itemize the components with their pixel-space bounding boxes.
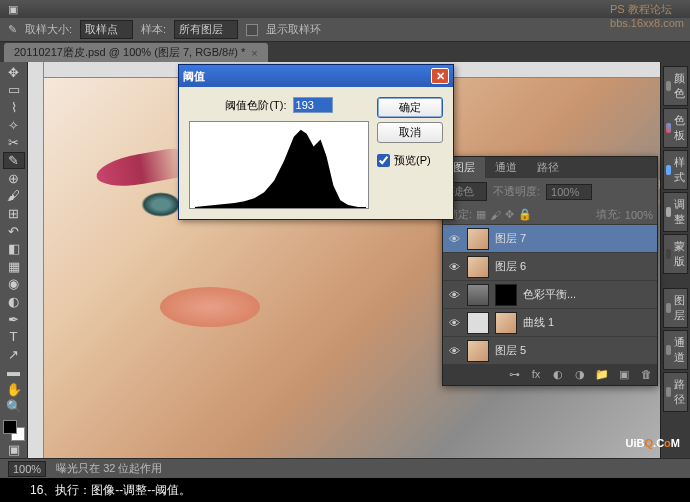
layers-panel-buttons: ⊶ fx ◐ ◑ 📁 ▣ 🗑	[443, 365, 657, 385]
path-tool[interactable]: ↗	[3, 346, 25, 363]
layers-panel-tab[interactable]: 图层	[663, 288, 688, 328]
threshold-dialog: 阈值 ✕ 阈值色阶(T): 确定 取消	[178, 64, 454, 220]
toolbox: ✥ ▭ ⌇ ✧ ✂ ✎ ⊕ 🖌 ⊞ ↶ ◧ ▦ ◉ ◐ ✒ T ↗ ▬ ✋ 🔍 …	[0, 62, 28, 458]
quickmask-tool[interactable]: ▣	[3, 442, 25, 459]
layer-row[interactable]: 👁 曲线 1	[443, 309, 657, 337]
visibility-icon[interactable]: 👁	[447, 261, 461, 273]
layer-list: 👁 图层 7 👁 图层 6 👁 色彩平衡... 👁 曲线 1	[443, 225, 657, 365]
document-tabbar: 20110217磨皮.psd @ 100% (图层 7, RGB/8#) * ×	[0, 42, 690, 62]
channels-panel-tab[interactable]: 通道	[663, 330, 688, 370]
wand-tool[interactable]: ✧	[3, 117, 25, 134]
layer-thumb[interactable]	[467, 284, 489, 306]
layer-name[interactable]: 色彩平衡...	[523, 287, 653, 302]
text-tool[interactable]: T	[3, 328, 25, 345]
visibility-icon[interactable]: 👁	[447, 289, 461, 301]
preview-label: 预览(P)	[394, 153, 431, 168]
channels-tab[interactable]: 通道	[485, 157, 527, 178]
document-tab[interactable]: 20110217磨皮.psd @ 100% (图层 7, RGB/8#) * ×	[4, 43, 268, 62]
visibility-icon[interactable]: 👁	[447, 317, 461, 329]
dodge-tool[interactable]: ◐	[3, 293, 25, 310]
swatches-panel-tab[interactable]: 色板	[663, 108, 688, 148]
options-bar: ✎ 取样大小: 取样点 样本: 所有图层 显示取样环	[0, 18, 690, 42]
cancel-button[interactable]: 取消	[377, 122, 443, 143]
brush-tool[interactable]: 🖌	[3, 188, 25, 205]
close-button[interactable]: ✕	[431, 68, 449, 84]
preview-checkbox-row[interactable]: 预览(P)	[377, 153, 443, 168]
ok-button[interactable]: 确定	[377, 97, 443, 118]
sample-size-dropdown[interactable]: 取样点	[80, 20, 133, 39]
sample-dropdown[interactable]: 所有图层	[174, 20, 238, 39]
layer-name[interactable]: 图层 5	[495, 343, 653, 358]
layer-mask-thumb[interactable]	[495, 312, 517, 334]
adjust-panel-tab[interactable]: 调整	[663, 192, 688, 232]
lasso-tool[interactable]: ⌇	[3, 99, 25, 116]
styles-panel-tab[interactable]: 样式	[663, 150, 688, 190]
eyedropper-icon: ✎	[8, 23, 17, 36]
hand-tool[interactable]: ✋	[3, 381, 25, 398]
zoom-level[interactable]: 100%	[8, 461, 46, 477]
adjustment-icon[interactable]: ◑	[572, 368, 588, 382]
foreground-swatch[interactable]	[3, 420, 17, 434]
lock-pixels-icon[interactable]: 🖌	[490, 209, 501, 221]
blur-tool[interactable]: ◉	[3, 276, 25, 293]
move-tool[interactable]: ✥	[3, 64, 25, 81]
crop-tool[interactable]: ✂	[3, 134, 25, 151]
image-content	[160, 287, 260, 327]
new-layer-icon[interactable]: ▣	[616, 368, 632, 382]
history-brush-tool[interactable]: ↶	[3, 223, 25, 240]
paths-panel-tab[interactable]: 路径	[663, 372, 688, 412]
mask-icon[interactable]: ◐	[550, 368, 566, 382]
stamp-tool[interactable]: ⊞	[3, 205, 25, 222]
close-icon[interactable]: ×	[251, 47, 257, 59]
layer-thumb[interactable]	[467, 340, 489, 362]
lock-all-icon[interactable]: 🔒	[518, 208, 532, 221]
zoom-tool[interactable]: 🔍	[3, 399, 25, 416]
layer-thumb[interactable]	[467, 256, 489, 278]
mask-panel-tab[interactable]: 蒙版	[663, 234, 688, 274]
color-panel-tab[interactable]: 颜色	[663, 66, 688, 106]
layer-name[interactable]: 曲线 1	[523, 315, 653, 330]
layer-row[interactable]: 👁 色彩平衡...	[443, 281, 657, 309]
lock-position-icon[interactable]: ✥	[505, 208, 514, 221]
threshold-level-input[interactable]	[293, 97, 333, 113]
pen-tool[interactable]: ✒	[3, 311, 25, 328]
show-ring-label: 显示取样环	[266, 22, 321, 37]
heal-tool[interactable]: ⊕	[3, 170, 25, 187]
layer-row[interactable]: 👁 图层 7	[443, 225, 657, 253]
tutorial-caption: 16、执行：图像--调整--阈值。	[0, 478, 690, 502]
paths-tab[interactable]: 路径	[527, 157, 569, 178]
shape-tool[interactable]: ▬	[3, 364, 25, 381]
preview-checkbox[interactable]	[377, 154, 390, 167]
menubar: ▣	[0, 0, 690, 18]
layer-row[interactable]: 👁 图层 5	[443, 337, 657, 365]
gradient-tool[interactable]: ▦	[3, 258, 25, 275]
group-icon[interactable]: 📁	[594, 368, 610, 382]
eraser-tool[interactable]: ◧	[3, 240, 25, 257]
show-ring-checkbox[interactable]	[246, 24, 258, 36]
layer-name[interactable]: 图层 7	[495, 231, 653, 246]
trash-icon[interactable]: 🗑	[638, 368, 654, 382]
fill-value[interactable]: 100%	[625, 209, 653, 221]
fx-icon[interactable]: fx	[528, 368, 544, 382]
color-swatches[interactable]	[3, 420, 25, 440]
dialog-titlebar[interactable]: 阈值 ✕	[179, 65, 453, 87]
layer-row[interactable]: 👁 图层 6	[443, 253, 657, 281]
visibility-icon[interactable]: 👁	[447, 233, 461, 245]
marquee-tool[interactable]: ▭	[3, 82, 25, 99]
dialog-title: 阈值	[183, 69, 205, 84]
layers-panel-tabs: 图层 通道 路径	[443, 157, 657, 178]
opacity-value[interactable]: 100%	[546, 184, 592, 200]
layer-thumb[interactable]	[467, 228, 489, 250]
lock-transparent-icon[interactable]: ▦	[476, 208, 486, 221]
forum-watermark: PS 教程论坛 bbs.16xx8.com	[610, 2, 684, 29]
sample-size-label: 取样大小:	[25, 22, 72, 37]
threshold-level-label: 阈值色阶(T):	[225, 98, 286, 113]
layer-thumb[interactable]	[467, 312, 489, 334]
link-icon[interactable]: ⊶	[506, 368, 522, 382]
layer-mask-thumb[interactable]	[495, 284, 517, 306]
eyedropper-tool[interactable]: ✎	[3, 152, 25, 169]
visibility-icon[interactable]: 👁	[447, 345, 461, 357]
histogram[interactable]	[189, 121, 369, 209]
ps-logo: ▣	[8, 3, 18, 16]
layer-name[interactable]: 图层 6	[495, 259, 653, 274]
